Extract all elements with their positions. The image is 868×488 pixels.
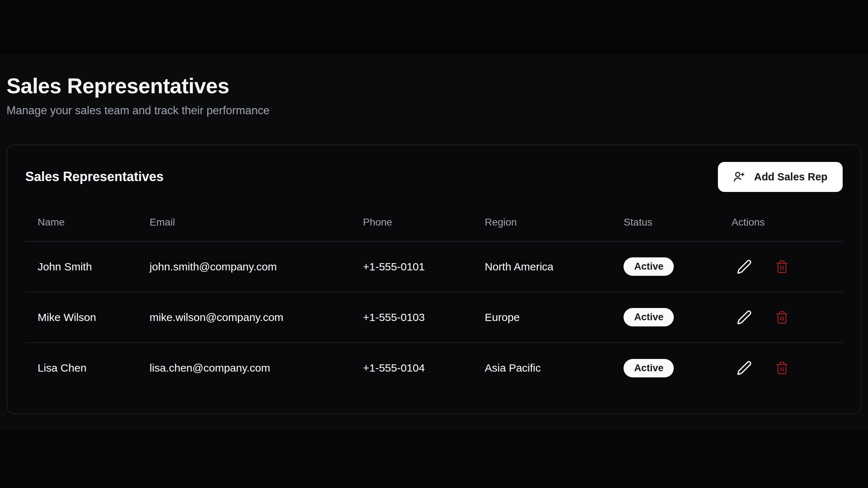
rep-phone: +1-555-0103 xyxy=(350,292,472,343)
column-header-name: Name xyxy=(25,211,137,241)
trash-icon xyxy=(775,361,789,375)
row-actions xyxy=(732,358,843,378)
edit-button[interactable] xyxy=(734,358,755,378)
pencil-icon xyxy=(737,259,752,274)
main-content: Sales Representatives Manage your sales … xyxy=(0,55,868,430)
sales-reps-table: Name Email Phone Region Status Actions J… xyxy=(25,211,843,393)
table-row: John Smith john.smith@company.com +1-555… xyxy=(25,241,843,292)
pencil-icon xyxy=(737,360,752,376)
edit-button[interactable] xyxy=(734,307,755,328)
delete-button[interactable] xyxy=(772,257,792,277)
rep-email: mike.wilson@company.com xyxy=(137,292,351,343)
delete-button[interactable] xyxy=(772,358,792,378)
column-header-status: Status xyxy=(611,211,719,241)
pencil-icon xyxy=(737,310,752,325)
rep-name: John Smith xyxy=(25,241,137,292)
status-badge: Active xyxy=(624,359,674,377)
page-subtitle: Manage your sales team and track their p… xyxy=(7,104,861,117)
table-row: Mike Wilson mike.wilson@company.com +1-5… xyxy=(25,292,843,343)
card-header: Sales Representatives Add Sales Rep xyxy=(25,162,843,192)
rep-region: North America xyxy=(472,241,611,292)
trash-icon xyxy=(775,260,789,274)
column-header-region: Region xyxy=(472,211,611,241)
trash-icon xyxy=(775,311,789,324)
rep-phone: +1-555-0101 xyxy=(350,241,472,292)
rep-region: Asia Pacific xyxy=(472,343,611,393)
status-badge: Active xyxy=(624,257,674,276)
rep-email: john.smith@company.com xyxy=(137,241,351,292)
add-sales-rep-button[interactable]: Add Sales Rep xyxy=(718,162,843,192)
rep-region: Europe xyxy=(472,292,611,343)
user-plus-icon xyxy=(733,171,745,183)
row-actions xyxy=(732,256,843,277)
sales-reps-card: Sales Representatives Add Sales Rep xyxy=(7,145,861,414)
table-header-row: Name Email Phone Region Status Actions xyxy=(25,211,843,241)
page-title: Sales Representatives xyxy=(7,75,861,98)
row-actions xyxy=(732,307,843,328)
rep-phone: +1-555-0104 xyxy=(350,343,472,393)
column-header-email: Email xyxy=(137,211,351,241)
add-sales-rep-label: Add Sales Rep xyxy=(754,171,827,183)
rep-name: Mike Wilson xyxy=(25,292,137,343)
delete-button[interactable] xyxy=(772,308,792,327)
status-badge: Active xyxy=(624,308,674,326)
rep-name: Lisa Chen xyxy=(25,343,137,393)
column-header-phone: Phone xyxy=(350,211,472,241)
column-header-actions: Actions xyxy=(719,211,843,241)
rep-email: lisa.chen@company.com xyxy=(137,343,351,393)
table-row: Lisa Chen lisa.chen@company.com +1-555-0… xyxy=(25,343,843,393)
card-title: Sales Representatives xyxy=(25,169,163,184)
edit-button[interactable] xyxy=(734,256,755,277)
